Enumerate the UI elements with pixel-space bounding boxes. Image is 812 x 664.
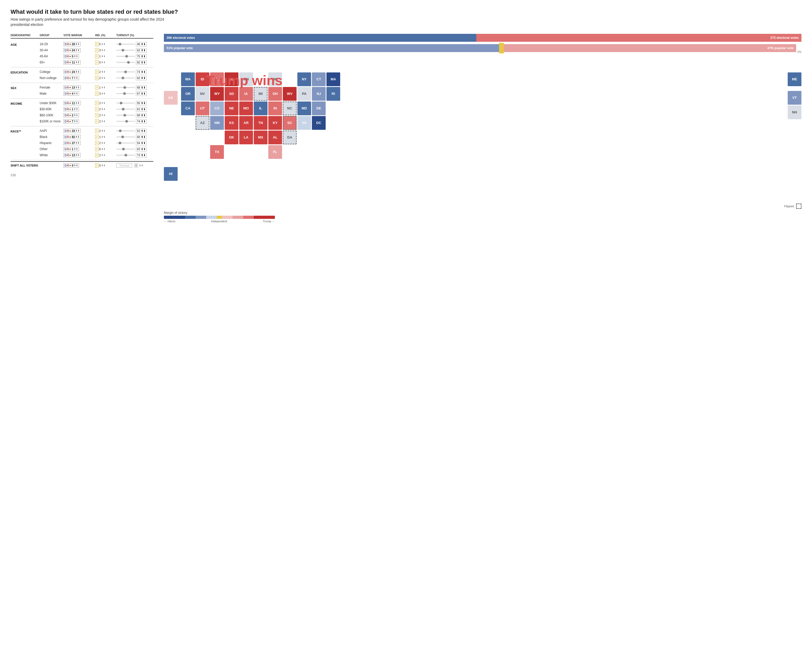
turnout-value[interactable]: 82 ⬆⬇ [136, 60, 147, 65]
shift-turnout-input[interactable]: Turnout [116, 163, 132, 168]
vm-stepper[interactable]: ⬆⬇ [75, 49, 80, 52]
vm-stepper[interactable]: ⬆⬇ [75, 136, 80, 138]
vm-box[interactable]: D R + 7 ⬆⬇ [63, 76, 79, 80]
turnout-value[interactable]: 61 ⬆⬇ [136, 107, 147, 112]
vm-stepper[interactable]: ⬆⬇ [74, 76, 78, 79]
turnout-value[interactable]: 62 ⬆⬇ [136, 76, 147, 80]
ind-stepper[interactable]: ⬆⬇ [101, 136, 106, 138]
slider-thumb[interactable] [120, 102, 122, 104]
turnout-slider[interactable] [116, 115, 135, 116]
ind-stepper[interactable]: ⬆⬇ [101, 154, 106, 156]
turnout-value[interactable]: 62 ⬆⬇ [136, 48, 147, 53]
turnout-value[interactable]: 73 ⬆⬇ [136, 70, 147, 74]
vm-box[interactable]: D R + 37 ⬆⬇ [63, 141, 81, 145]
slider-thumb[interactable] [124, 154, 127, 156]
turnout-value[interactable]: 67 ⬆⬇ [136, 91, 147, 96]
vm-stepper[interactable]: ⬆⬇ [74, 114, 78, 117]
turnout-value[interactable]: 55 ⬆⬇ [136, 101, 147, 106]
vm-box[interactable]: D R + 29 ⬆⬇ [63, 42, 81, 46]
turnout-slider[interactable] [116, 87, 135, 88]
turnout-value[interactable]: 68 ⬆⬇ [136, 85, 147, 90]
slider-thumb[interactable] [122, 108, 124, 111]
ind-stepper[interactable]: ⬆⬇ [101, 86, 106, 89]
shift-ind-arrow[interactable]: ⬆⬇ [101, 164, 106, 167]
turnout-slider[interactable] [116, 109, 135, 110]
vm-stepper[interactable]: ⬆⬇ [75, 142, 80, 144]
vm-stepper[interactable]: ⬆⬇ [74, 148, 78, 150]
turnout-slider[interactable] [116, 130, 135, 131]
ind-stepper[interactable]: ⬆⬇ [101, 71, 106, 73]
turnout-slider[interactable] [116, 137, 135, 137]
vm-stepper[interactable]: ⬆⬇ [74, 120, 78, 123]
ind-stepper[interactable]: ⬆⬇ [101, 130, 106, 132]
ind-stepper[interactable]: ⬆⬇ [101, 55, 106, 58]
slider-thumb[interactable] [127, 61, 130, 64]
turnout-value[interactable]: 52 ⬆⬇ [136, 129, 147, 133]
turnout-value[interactable]: 60 ⬆⬇ [136, 135, 147, 139]
turnout-value[interactable]: 73 ⬆⬇ [136, 153, 147, 158]
ind-stepper[interactable]: ⬆⬇ [101, 92, 106, 95]
vm-box[interactable]: D R + 82 ⬆⬇ [63, 135, 81, 139]
ind-stepper[interactable]: ⬆⬇ [101, 114, 106, 117]
vm-box[interactable]: D R + 1 ⬆⬇ [63, 107, 79, 111]
turnout-slider[interactable] [116, 77, 135, 78]
slider-thumb[interactable] [124, 86, 126, 89]
slider-thumb[interactable] [125, 55, 128, 58]
shift-vm-box[interactable]: D R + 0 ⬆⬇ [63, 163, 79, 168]
vm-box[interactable]: D R + 24 ⬆⬇ [63, 48, 81, 52]
slider-thumb[interactable] [119, 142, 121, 144]
vm-box[interactable]: D R + 1 ⬆⬇ [63, 147, 79, 151]
turnout-slider[interactable] [116, 148, 135, 150]
vm-box[interactable]: D R + 4 ⬆⬇ [63, 91, 79, 96]
slider-thumb[interactable] [124, 114, 126, 117]
vm-stepper[interactable]: ⬆⬇ [74, 92, 78, 95]
turnout-slider[interactable] [116, 44, 135, 45]
vm-stepper[interactable]: ⬆⬇ [75, 102, 80, 104]
turnout-slider[interactable] [116, 121, 135, 122]
ind-stepper[interactable]: ⬆⬇ [101, 120, 106, 123]
slider-thumb[interactable] [122, 76, 124, 79]
vm-box[interactable]: D R + 11 ⬆⬇ [63, 60, 81, 65]
turnout-value[interactable]: 54 ⬆⬇ [136, 141, 147, 145]
turnout-slider[interactable] [116, 103, 135, 104]
vm-box[interactable]: D R + 11 ⬆⬇ [63, 101, 81, 105]
ind-stepper[interactable]: ⬆⬇ [101, 108, 106, 111]
slider-thumb[interactable] [121, 136, 124, 138]
vm-stepper[interactable]: ⬆⬇ [75, 61, 80, 64]
ind-stepper[interactable]: ⬆⬇ [101, 43, 106, 46]
shift-turnout-arrow[interactable]: ⬆⬇ [139, 164, 143, 167]
ind-stepper[interactable]: ⬆⬇ [101, 49, 106, 52]
ind-stepper[interactable]: ⬆⬇ [101, 61, 106, 64]
ind-stepper[interactable]: ⬆⬇ [101, 148, 106, 150]
turnout-slider[interactable] [116, 62, 135, 63]
slider-thumb[interactable] [122, 49, 124, 52]
vm-stepper[interactable]: ⬆⬇ [75, 43, 80, 46]
vm-stepper[interactable]: ⬆⬇ [75, 130, 80, 132]
ind-stepper[interactable]: ⬆⬇ [101, 76, 106, 79]
turnout-slider[interactable] [116, 56, 135, 57]
vm-box[interactable]: D R + 13 ⬆⬇ [63, 85, 81, 90]
vm-box[interactable]: D R + 33 ⬆⬇ [63, 129, 81, 133]
turnout-value[interactable]: 75 ⬆⬇ [136, 54, 147, 59]
shift-turnout-val[interactable]: 0 [134, 163, 138, 168]
vm-stepper[interactable]: ⬆⬇ [75, 71, 80, 73]
slider-thumb[interactable] [122, 148, 125, 150]
turnout-value[interactable]: 46 ⬆⬇ [136, 42, 147, 47]
vm-stepper[interactable]: ⬆⬇ [74, 55, 78, 58]
vm-stepper[interactable]: ⬆⬇ [75, 86, 80, 89]
turnout-slider[interactable] [116, 50, 135, 51]
vm-box[interactable]: D R + 13 ⬆⬇ [63, 153, 81, 157]
vm-box[interactable]: D R + 7 ⬆⬇ [63, 119, 79, 124]
ind-stepper[interactable]: ⬆⬇ [101, 142, 106, 144]
slider-thumb[interactable] [119, 130, 122, 132]
shift-vm-arrow[interactable]: ⬆⬇ [74, 164, 78, 167]
turnout-slider[interactable] [116, 155, 135, 156]
slider-thumb[interactable] [123, 92, 126, 95]
turnout-slider[interactable] [116, 93, 135, 94]
slider-thumb[interactable] [124, 71, 127, 73]
vm-stepper[interactable]: ⬆⬇ [75, 154, 80, 156]
vm-box[interactable]: D R + 2 ⬆⬇ [63, 113, 79, 117]
turnout-value[interactable]: 63 ⬆⬇ [136, 147, 147, 151]
slider-thumb[interactable] [119, 43, 121, 46]
slider-thumb[interactable] [125, 120, 128, 123]
